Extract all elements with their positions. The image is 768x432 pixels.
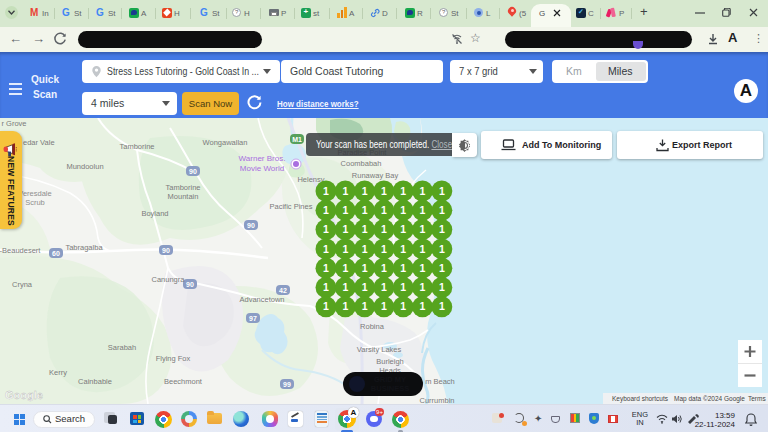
- svg-text:90: 90: [247, 222, 255, 229]
- svg-text:Runaway Bay: Runaway Bay: [352, 171, 399, 180]
- svg-text:1: 1: [362, 281, 368, 293]
- svg-text:Currumbin: Currumbin: [419, 396, 454, 404]
- svg-text:1: 1: [323, 243, 329, 255]
- svg-text:Beechmont: Beechmont: [164, 377, 203, 386]
- svg-text:1: 1: [323, 223, 329, 235]
- svg-text:Terms: Terms: [748, 395, 766, 402]
- svg-text:Varsity Lakes: Varsity Lakes: [357, 345, 402, 354]
- svg-text:GRID MY: GRID MY: [374, 375, 406, 384]
- svg-text:1: 1: [400, 223, 406, 235]
- svg-text:1: 1: [342, 223, 348, 235]
- svg-text:Robina: Robina: [360, 322, 385, 331]
- svg-text:1: 1: [420, 185, 426, 197]
- svg-text:1: 1: [381, 185, 387, 197]
- svg-text:1: 1: [362, 262, 368, 274]
- svg-text:1: 1: [439, 223, 445, 235]
- svg-text:Cainbable: Cainbable: [78, 377, 112, 386]
- svg-text:1: 1: [439, 185, 445, 197]
- svg-text:1: 1: [381, 243, 387, 255]
- svg-text:Veresdale: Veresdale: [18, 189, 51, 198]
- svg-text:1: 1: [400, 281, 406, 293]
- svg-text:Coombabah: Coombabah: [341, 159, 382, 168]
- svg-text:Mundoolun: Mundoolun: [66, 162, 103, 171]
- svg-text:Advancetown: Advancetown: [239, 295, 284, 304]
- svg-text:Keyboard shortcuts: Keyboard shortcuts: [612, 395, 669, 403]
- svg-text:1: 1: [342, 243, 348, 255]
- svg-text:Google: Google: [5, 389, 43, 401]
- svg-text:90: 90: [186, 281, 194, 288]
- svg-text:1: 1: [362, 185, 368, 197]
- svg-text:1: 1: [420, 281, 426, 293]
- svg-text:1: 1: [323, 300, 329, 312]
- svg-text:M1: M1: [292, 136, 302, 143]
- svg-text:1: 1: [342, 185, 348, 197]
- svg-text:Kerry: Kerry: [49, 368, 67, 377]
- svg-text:r Grove: r Grove: [1, 119, 26, 128]
- svg-text:1: 1: [381, 204, 387, 216]
- svg-text:BUSINESS: BUSINESS: [371, 384, 409, 393]
- svg-text:1: 1: [439, 204, 445, 216]
- svg-text:Tabragalba: Tabragalba: [65, 243, 103, 252]
- svg-text:Pacific Pines: Pacific Pines: [270, 202, 313, 211]
- svg-text:1: 1: [362, 204, 368, 216]
- svg-text:1: 1: [323, 185, 329, 197]
- svg-text:1: 1: [342, 204, 348, 216]
- svg-text:1: 1: [342, 300, 348, 312]
- svg-text:1: 1: [323, 204, 329, 216]
- svg-text:90: 90: [162, 247, 170, 254]
- svg-text:1: 1: [342, 262, 348, 274]
- svg-text:-Beaudesert: -Beaudesert: [0, 246, 41, 255]
- svg-text:m Beach: m Beach: [425, 377, 455, 386]
- svg-text:Cryna: Cryna: [12, 280, 33, 289]
- svg-text:1: 1: [439, 243, 445, 255]
- svg-text:1: 1: [400, 204, 406, 216]
- svg-text:1: 1: [400, 243, 406, 255]
- svg-text:Sarabah: Sarabah: [108, 343, 136, 352]
- svg-text:Tamborine: Tamborine: [119, 142, 154, 151]
- svg-text:Movie World: Movie World: [240, 164, 284, 173]
- svg-text:1: 1: [342, 281, 348, 293]
- svg-text:Warner Bros.: Warner Bros.: [239, 154, 286, 163]
- svg-text:1: 1: [439, 300, 445, 312]
- svg-text:1: 1: [381, 300, 387, 312]
- svg-text:1: 1: [323, 262, 329, 274]
- svg-text:edar Vale: edar Vale: [23, 138, 55, 147]
- svg-text:99: 99: [283, 381, 291, 388]
- svg-text:Mountain: Mountain: [168, 192, 199, 201]
- svg-text:1: 1: [362, 243, 368, 255]
- svg-text:1: 1: [400, 185, 406, 197]
- svg-text:Burleigh: Burleigh: [376, 357, 404, 366]
- svg-text:42: 42: [279, 287, 287, 294]
- svg-text:60: 60: [52, 250, 60, 257]
- svg-text:Boyland: Boyland: [141, 209, 168, 218]
- svg-text:1: 1: [420, 300, 426, 312]
- svg-text:97: 97: [249, 315, 257, 322]
- svg-text:1: 1: [381, 281, 387, 293]
- svg-text:1: 1: [420, 204, 426, 216]
- svg-text:Wongawallan: Wongawallan: [203, 138, 248, 147]
- svg-text:1: 1: [439, 281, 445, 293]
- svg-text:1: 1: [362, 223, 368, 235]
- svg-text:Tamborine: Tamborine: [165, 183, 200, 192]
- svg-text:Flying Fox: Flying Fox: [156, 354, 191, 363]
- svg-text:1: 1: [381, 262, 387, 274]
- svg-text:1: 1: [420, 223, 426, 235]
- svg-text:1: 1: [400, 262, 406, 274]
- svg-text:1: 1: [420, 243, 426, 255]
- svg-text:Canungra: Canungra: [152, 275, 186, 284]
- svg-text:1: 1: [439, 262, 445, 274]
- svg-text:1: 1: [420, 262, 426, 274]
- svg-text:90: 90: [189, 168, 197, 175]
- svg-text:Scrub: Scrub: [25, 198, 45, 207]
- svg-text:1: 1: [323, 281, 329, 293]
- svg-text:Map data ©2024 Google: Map data ©2024 Google: [674, 395, 745, 403]
- svg-text:1: 1: [400, 300, 406, 312]
- svg-text:1: 1: [362, 300, 368, 312]
- svg-text:1: 1: [381, 223, 387, 235]
